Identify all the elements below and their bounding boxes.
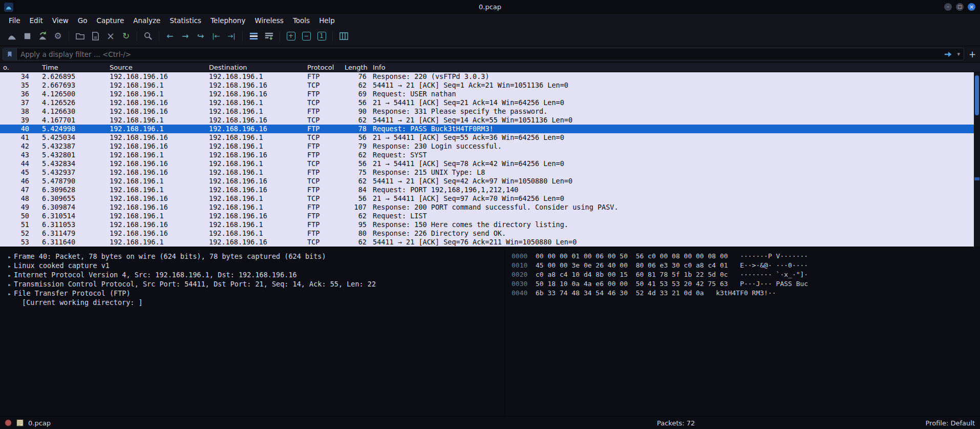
start-capture-icon[interactable] — [5, 29, 19, 44]
close-file-icon[interactable]: × — [103, 29, 118, 44]
cell-info: Response: 226 Directory send OK. — [373, 229, 506, 238]
packet-row-45[interactable]: 455.432937192.168.196.16192.168.196.1FTP… — [0, 168, 974, 177]
reload-file-icon[interactable]: ↻ — [119, 29, 133, 44]
column-header-info[interactable]: Info — [373, 64, 386, 71]
cell-protocol: FTP — [307, 90, 319, 98]
zoom-original-icon[interactable]: 1 — [314, 29, 329, 44]
menu-tools[interactable]: Tools — [288, 16, 314, 25]
cell-info: Response: 200 PORT command successful. C… — [373, 203, 619, 212]
expander-icon[interactable]: ▸ — [5, 263, 14, 270]
detail-line-3[interactable]: ▸Transmission Control Protocol, Src Port… — [5, 280, 504, 289]
packet-row-37[interactable]: 374.126526192.168.196.16192.168.196.1TCP… — [0, 98, 974, 107]
display-filter-input[interactable]: Apply a display filter ... <Ctrl-/> ▾ — [3, 48, 964, 60]
column-header-destination[interactable]: Destination — [209, 64, 247, 71]
colorize-packets-icon[interactable] — [246, 29, 261, 44]
packet-row-44[interactable]: 445.432834192.168.196.16192.168.196.1TCP… — [0, 159, 974, 168]
hex-line-0040[interactable]: 0040 6b 33 74 48 34 54 46 30 52 4d 33 21… — [512, 289, 980, 298]
packet-row-36[interactable]: 364.126500192.168.196.1192.168.196.16FTP… — [0, 90, 974, 98]
column-header-source[interactable]: Source — [110, 64, 133, 71]
resize-columns-icon[interactable] — [336, 29, 351, 44]
capture-options-icon[interactable]: ⚙ — [51, 29, 65, 44]
find-packet-icon[interactable] — [141, 29, 155, 44]
expert-info-icon[interactable] — [5, 419, 12, 426]
zoom-out-icon[interactable]: − — [299, 29, 313, 44]
menu-telephony[interactable]: Telephony — [206, 16, 250, 25]
detail-line-4[interactable]: ▸File Transfer Protocol (FTP) — [5, 289, 504, 298]
expander-icon[interactable]: ▸ — [5, 281, 14, 288]
zoom-in-icon[interactable]: + — [284, 29, 298, 44]
cell-protocol: FTP — [307, 203, 319, 212]
packet-row-46[interactable]: 465.478790192.168.196.1192.168.196.16TCP… — [0, 177, 974, 186]
menu-edit[interactable]: Edit — [25, 16, 48, 25]
close-button[interactable]: × — [968, 3, 975, 11]
maximize-button[interactable]: □ — [956, 3, 964, 11]
hex-line-0030[interactable]: 0030 50 18 10 0a 4a e6 00 00 50 41 53 53… — [512, 280, 980, 289]
detail-line-2[interactable]: ▸Internet Protocol Version 4, Src: 192.1… — [5, 271, 504, 280]
column-header-length[interactable]: Length — [345, 64, 368, 71]
packet-row-52[interactable]: 526.311479192.168.196.16192.168.196.1FTP… — [0, 229, 974, 238]
add-filter-button[interactable]: + — [967, 49, 977, 59]
column-header-time[interactable]: Time — [42, 64, 58, 71]
cell-destination: 192.168.196.16 — [209, 238, 267, 247]
packet-list-scrollbar[interactable] — [974, 73, 980, 247]
cell-info: 54411 → 21 [ACK] Seq=42 Ack=97 Win=10508… — [373, 177, 572, 186]
column-header-protocol[interactable]: Protocol — [307, 64, 334, 71]
minimize-button[interactable]: – — [944, 3, 952, 11]
save-file-icon[interactable] — [88, 29, 102, 44]
packet-row-51[interactable]: 516.311053192.168.196.16192.168.196.1FTP… — [0, 220, 974, 229]
cell-length: 56 — [324, 133, 367, 142]
detail-line-0[interactable]: ▸Frame 40: Packet, 78 bytes on wire (624… — [5, 252, 504, 261]
auto-scroll-icon[interactable] — [262, 29, 276, 44]
cell-destination: 192.168.196.16 — [209, 116, 267, 125]
stop-capture-icon[interactable] — [20, 29, 34, 44]
menu-wireless[interactable]: Wireless — [250, 16, 288, 25]
packet-row-50[interactable]: 506.310514192.168.196.1192.168.196.16FTP… — [0, 212, 974, 220]
filter-bookmark-icon[interactable] — [3, 48, 17, 60]
menu-analyze[interactable]: Analyze — [129, 16, 165, 25]
restart-capture-icon[interactable] — [35, 29, 50, 44]
packet-row-38[interactable]: 384.126630192.168.196.16192.168.196.1FTP… — [0, 107, 974, 116]
apply-filter-icon[interactable] — [942, 51, 956, 58]
menu-view[interactable]: View — [48, 16, 73, 25]
filter-dropdown-caret-icon[interactable]: ▾ — [956, 51, 964, 57]
go-forward-icon[interactable]: → — [178, 29, 193, 44]
hex-line-0010[interactable]: 0010 45 00 00 3e 0e 26 40 00 80 06 e3 30… — [512, 261, 980, 271]
packet-row-39[interactable]: 394.167701192.168.196.1192.168.196.16TCP… — [0, 116, 974, 125]
hex-line-0000[interactable]: 0000 00 00 00 01 00 06 00 50 56 c0 00 08… — [512, 252, 980, 261]
menu-file[interactable]: File — [4, 16, 25, 25]
packet-row-35[interactable]: 352.667693192.168.196.1192.168.196.16TCP… — [0, 81, 974, 90]
packet-row-34[interactable]: 342.626895192.168.196.16192.168.196.1FTP… — [0, 72, 974, 81]
hex-line-0020[interactable]: 0020 c0 a8 c4 10 d4 8b 00 15 60 81 78 5f… — [512, 271, 980, 280]
go-back-icon[interactable]: ← — [163, 29, 177, 44]
packet-row-47[interactable]: 476.309628192.168.196.1192.168.196.16FTP… — [0, 186, 974, 194]
menu-go[interactable]: Go — [73, 16, 92, 25]
capture-comment-icon[interactable] — [16, 419, 24, 426]
expander-icon[interactable]: ▸ — [5, 272, 14, 279]
packet-row-43[interactable]: 435.432801192.168.196.1192.168.196.16FTP… — [0, 151, 974, 159]
scrollbar-selected-marker — [974, 177, 979, 180]
expander-icon[interactable]: ▸ — [5, 254, 14, 260]
go-first-icon[interactable]: |← — [209, 29, 223, 44]
cell-info: Request: USER nathan — [373, 90, 456, 98]
menu-capture[interactable]: Capture — [92, 16, 129, 25]
go-to-packet-icon[interactable]: ↪ — [194, 29, 208, 44]
cell-source: 192.168.196.16 — [110, 98, 168, 107]
detail-line-1[interactable]: ▸Linux cooked capture v1 — [5, 261, 504, 271]
menu-statistics[interactable]: Statistics — [165, 16, 206, 25]
menu-help[interactable]: Help — [314, 16, 339, 25]
packet-row-53[interactable]: 536.311640192.168.196.1192.168.196.16TCP… — [0, 238, 974, 247]
cell-protocol: FTP — [307, 229, 319, 238]
packet-row-40[interactable]: 405.424998192.168.196.1192.168.196.16FTP… — [0, 125, 974, 133]
scrollbar-thumb[interactable] — [975, 75, 979, 115]
go-last-icon[interactable]: →| — [224, 29, 239, 44]
expander-icon[interactable]: ▸ — [5, 291, 14, 297]
packet-row-48[interactable]: 486.309655192.168.196.16192.168.196.1TCP… — [0, 194, 974, 203]
packet-row-42[interactable]: 425.432387192.168.196.16192.168.196.1FTP… — [0, 142, 974, 151]
status-profile[interactable]: Profile: Default — [926, 419, 975, 427]
packet-row-41[interactable]: 415.425034192.168.196.16192.168.196.1TCP… — [0, 133, 974, 142]
packet-row-49[interactable]: 496.309874192.168.196.16192.168.196.1FTP… — [0, 203, 974, 212]
wireshark-window: 0.pcap – □ × FileEditViewGoCaptureAnalyz… — [0, 0, 980, 429]
column-header-o[interactable]: o. — [3, 64, 9, 71]
open-file-icon[interactable] — [73, 29, 87, 44]
detail-line-5[interactable]: [Current working directory: ] — [5, 298, 504, 308]
